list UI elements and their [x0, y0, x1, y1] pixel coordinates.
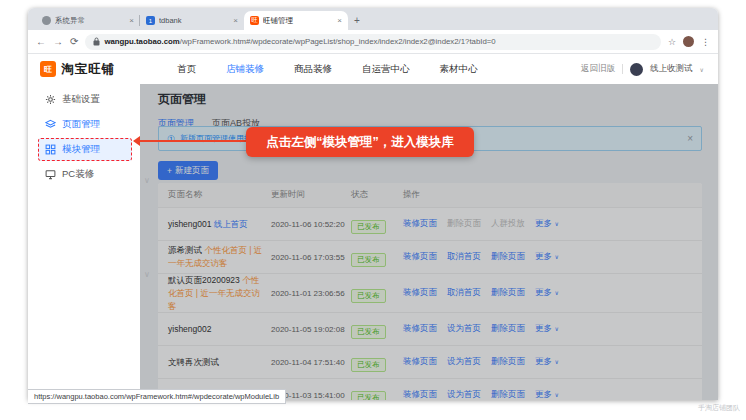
sidebar-item-label: 页面管理 — [62, 118, 100, 131]
browser-tab-globe[interactable]: 系统异常× — [36, 11, 140, 30]
tab-close-icon[interactable]: × — [129, 16, 134, 25]
wangpu-logo-icon: 旺 — [40, 61, 56, 77]
nav-item-link[interactable]: 素材中心 — [440, 63, 478, 76]
nav-item-link[interactable]: 首页 — [177, 63, 196, 76]
tab-title: 系统异常 — [55, 16, 125, 26]
browser-tab-tdbank[interactable]: 1tdbank× — [140, 11, 244, 30]
globe-favicon-icon — [42, 16, 51, 25]
sidebar-item-pages[interactable]: 页面管理 — [38, 113, 132, 136]
url-text: wangpu.taobao.com/wpFramework.htm#/wpdec… — [104, 37, 495, 46]
sidebar-item-pc[interactable]: PC装修 — [38, 163, 132, 186]
tab-title: tdbank — [159, 16, 229, 25]
modules-icon — [45, 144, 56, 155]
sidebar-item-label: 基础设置 — [62, 93, 100, 106]
tdbank-favicon-icon: 1 — [146, 16, 155, 25]
guide-arrow — [140, 140, 248, 142]
nav-item-link[interactable]: 商品装修 — [294, 63, 332, 76]
brand-title: 淘宝旺铺 — [61, 61, 115, 78]
sidebar-item-modules[interactable]: 模块管理 — [38, 138, 132, 161]
nav-item-link[interactable]: 自运营中心 — [362, 63, 410, 76]
tab-close-icon[interactable]: × — [337, 16, 342, 25]
back-icon[interactable]: ← — [36, 36, 46, 47]
browser-toolbar: ← → ⟳ wangpu.taobao.com/wpFramework.htm#… — [28, 30, 718, 54]
sidebar-item-label: 模块管理 — [62, 143, 100, 156]
new-tab-button[interactable]: + — [354, 16, 360, 26]
guide-tooltip: 点击左侧“模块管理”，进入模块库 — [246, 127, 474, 157]
reload-icon[interactable]: ⟳ — [70, 36, 78, 47]
browser-window: 系统异常×1tdbank×旺旺铺管理× + ← → ⟳ wangpu.taoba… — [28, 8, 718, 400]
app-body: 基础设置页面管理模块管理PC装修 页面管理 页面管理页面AB投放 ① 新版页面管… — [28, 84, 718, 400]
forward-icon[interactable]: → — [53, 36, 63, 47]
address-bar[interactable]: wangpu.taobao.com/wpFramework.htm#/wpdec… — [85, 34, 661, 50]
chrome-menu-icon[interactable]: ⋮ — [701, 37, 710, 47]
back-to-old-version-link[interactable]: 返回旧版 — [581, 63, 615, 75]
tab-close-icon[interactable]: × — [233, 16, 238, 25]
settings-icon — [45, 94, 56, 105]
sidebar-item-settings[interactable]: 基础设置 — [38, 88, 132, 111]
divider — [622, 64, 623, 74]
account-caret-icon[interactable]: ∨ — [700, 66, 704, 73]
user-avatar[interactable] — [630, 63, 643, 76]
browser-tabstrip: 系统异常×1tdbank×旺旺铺管理× + — [28, 8, 718, 30]
sidebar-item-label: PC装修 — [62, 168, 94, 181]
wangpu-favicon-icon: 旺 — [250, 16, 259, 25]
chrome-profile-avatar[interactable] — [683, 36, 694, 47]
bookmark-star-icon[interactable]: ☆ — [668, 37, 676, 47]
tab-title: 旺铺管理 — [263, 16, 333, 26]
brand-logo[interactable]: 旺 淘宝旺铺 — [40, 61, 115, 78]
top-navigation: 首页店铺装修商品装修自运营中心素材中心 — [177, 63, 478, 76]
sidebar: 基础设置页面管理模块管理PC装修 — [28, 84, 140, 400]
status-bar-link: https://wangpu.taobao.com/wpFramework.ht… — [28, 389, 286, 404]
lock-icon — [93, 37, 100, 46]
watermark-text: 手淘店铺团队 — [698, 403, 740, 413]
account-name[interactable]: 线上收测试 — [650, 63, 693, 75]
nav-item-active[interactable]: 店铺装修 — [226, 63, 264, 76]
app-header: 旺 淘宝旺铺 首页店铺装修商品装修自运营中心素材中心 返回旧版 线上收测试 ∨ — [28, 54, 718, 84]
pc-icon — [45, 169, 56, 180]
app-viewport: 旺 淘宝旺铺 首页店铺装修商品装修自运营中心素材中心 返回旧版 线上收测试 ∨ … — [28, 54, 718, 400]
browser-tab-wangpu[interactable]: 旺旺铺管理× — [244, 11, 348, 30]
pages-icon — [45, 119, 56, 130]
